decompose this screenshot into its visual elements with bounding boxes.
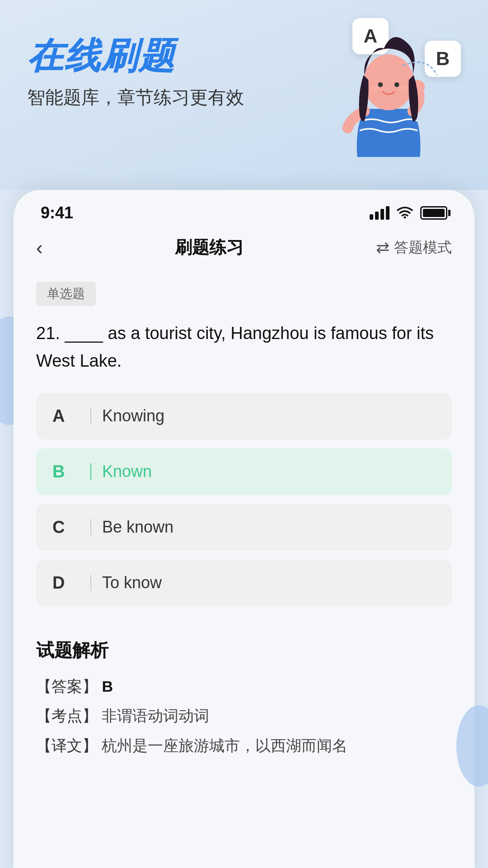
option-c[interactable]: C Be known: [36, 504, 452, 551]
analysis-answer-label: 【答案】: [36, 678, 98, 695]
analysis-translation-line: 【译文】 杭州是一座旅游城市，以西湖而闻名: [36, 733, 452, 759]
option-d-text: To know: [102, 573, 162, 592]
option-b[interactable]: B Known: [36, 448, 452, 495]
svg-point-8: [404, 217, 406, 219]
question-number: 21.: [36, 324, 60, 343]
mode-icon: ⇄: [376, 238, 389, 257]
analysis-keypoint-line: 【考点】 非谓语动词动词: [36, 703, 452, 729]
option-a-letter: A: [52, 406, 80, 426]
battery-icon: [420, 206, 447, 220]
status-time: 9:41: [41, 203, 73, 222]
person-svg: [316, 32, 461, 176]
question-type-badge: 单选题: [36, 282, 452, 320]
hero-section: 在线刷题 智能题库，章节练习更有效 A B: [0, 0, 488, 190]
analysis-keypoint-label: 【考点】: [36, 707, 98, 724]
svg-point-7: [398, 85, 408, 91]
content-area: 单选题 21. ____ as a tourist city, Hangzhou…: [14, 273, 474, 638]
svg-point-5: [394, 82, 399, 87]
nav-bar: ‹ 刷题练习 ⇄ 答题模式: [14, 227, 474, 273]
back-button[interactable]: ‹: [36, 236, 43, 259]
svg-point-3: [364, 54, 414, 110]
signal-icon: [370, 206, 389, 220]
analysis-title: 试题解析: [36, 638, 452, 663]
option-c-letter: C: [52, 518, 80, 537]
nav-title: 刷题练习: [175, 236, 244, 259]
status-icons: [370, 203, 447, 222]
analysis-section: 试题解析 【答案】 B 【考点】 非谓语动词动词 【译文】 杭州是一座旅游城市，…: [14, 638, 474, 759]
option-b-divider: [90, 463, 91, 480]
option-b-text: Known: [102, 462, 152, 481]
option-c-divider: [90, 519, 91, 535]
mode-label: 答题模式: [394, 238, 452, 258]
analysis-answer-value: B: [102, 678, 113, 695]
option-c-text: Be known: [102, 518, 174, 537]
character-illustration: A B: [316, 14, 461, 176]
mode-button[interactable]: ⇄ 答题模式: [376, 238, 452, 258]
wifi-icon: [397, 203, 413, 222]
option-a-text: Knowing: [102, 406, 164, 425]
question-text: 21. ____ as a tourist city, Hangzhou is …: [36, 320, 452, 375]
option-d-divider: [90, 575, 91, 591]
analysis-translation-label: 【译文】: [36, 737, 98, 754]
options-list: A Knowing B Known C Be known D To know: [36, 393, 452, 606]
analysis-keypoint-value: 非谓语动词动词: [102, 707, 209, 724]
question-blank: ____: [65, 324, 103, 343]
option-a-divider: [90, 408, 91, 424]
option-d[interactable]: D To know: [36, 560, 452, 606]
option-d-letter: D: [52, 573, 80, 593]
status-bar: 9:41: [14, 190, 474, 227]
analysis-translation-value: 杭州是一座旅游城市，以西湖而闻名: [102, 737, 347, 754]
option-a[interactable]: A Knowing: [36, 393, 452, 439]
svg-point-4: [378, 82, 383, 87]
svg-point-6: [369, 85, 379, 91]
phone-card: 9:41 ‹: [14, 190, 474, 868]
analysis-answer-line: 【答案】 B: [36, 674, 452, 700]
option-b-letter: B: [52, 462, 80, 481]
